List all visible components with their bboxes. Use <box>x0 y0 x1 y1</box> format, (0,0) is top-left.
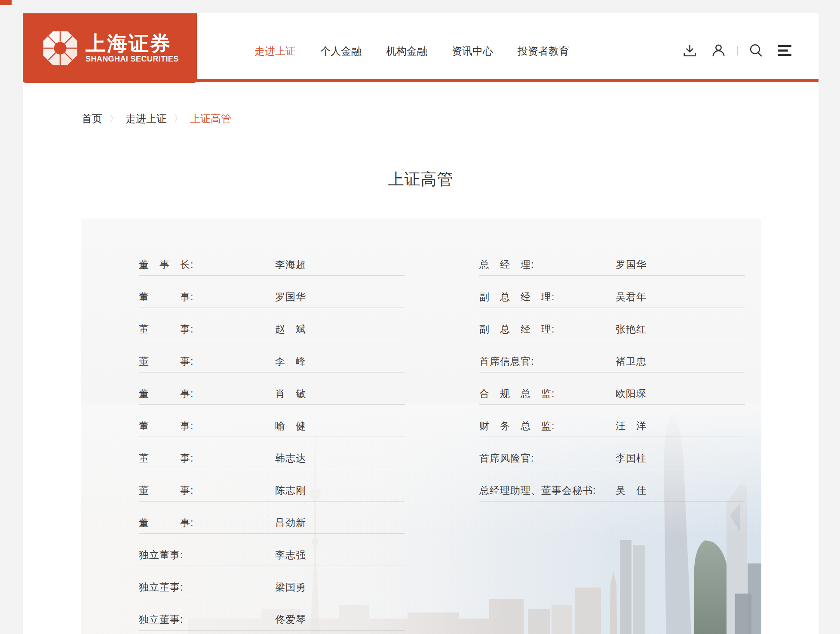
breadcrumb-item[interactable]: 走进上证 〉 <box>126 112 190 126</box>
executive-name: 吴君年 <box>616 290 647 304</box>
capture-artifact <box>0 0 12 5</box>
breadcrumb-divider <box>82 140 759 140</box>
executive-name: 喻 健 <box>275 419 306 433</box>
executive-row: 董 事: 罗国华 <box>139 290 405 323</box>
executive-row: 首席风险官: 李国柱 <box>479 452 745 484</box>
executive-row: 独立董事: 梁国勇 <box>139 581 405 613</box>
breadcrumb-item[interactable]: 首页 〉 <box>82 112 126 126</box>
nav-item[interactable]: 投资者教育 <box>518 44 569 58</box>
executive-name: 韩志达 <box>275 452 306 465</box>
executive-title: 董 事: <box>139 355 193 368</box>
executive-title: 独立董事: <box>139 548 183 562</box>
download-icon[interactable] <box>682 43 698 58</box>
executive-row: 副 总 经 理: 吴君年 <box>479 290 745 323</box>
executive-row: 副 总 经 理: 张艳红 <box>479 323 745 355</box>
nav-item[interactable]: 走进上证 <box>254 44 296 58</box>
breadcrumb-item[interactable]: 上证高管 〉 <box>190 112 231 126</box>
search-icon[interactable] <box>748 43 764 58</box>
executive-row: 独立董事: 李志强 <box>139 548 405 581</box>
executives-card: 董 事 长: 李海超 董 事: 罗国华 董 事: 赵 斌 董 事: 李 峰 董 … <box>81 219 761 634</box>
nav-item[interactable]: 机构金融 <box>386 44 427 58</box>
executive-name: 佟爱琴 <box>275 613 306 626</box>
executive-title: 董 事: <box>139 387 193 400</box>
executive-name: 陈志刚 <box>275 484 306 497</box>
user-icon[interactable] <box>711 43 727 58</box>
site-header: 上海证券 SHANGHAI SECURITIES 走进上证个人金融机构金融资讯中… <box>23 13 819 82</box>
executive-title: 财 务 总 监: <box>479 419 555 433</box>
executive-name: 汪 洋 <box>616 419 647 433</box>
executive-title: 合 规 总 监: <box>479 387 555 400</box>
executive-name: 褚卫忠 <box>616 355 647 368</box>
executive-name: 赵 斌 <box>275 323 306 336</box>
executive-title: 首席信息官: <box>479 355 534 368</box>
executive-row: 董 事 长: 李海超 <box>139 258 405 290</box>
executive-title: 董 事 长: <box>139 258 193 271</box>
executive-row: 合 规 总 监: 欧阳琛 <box>479 387 745 419</box>
executive-name: 李志强 <box>275 548 306 562</box>
executive-title: 副 总 经 理: <box>479 323 555 336</box>
header-actions <box>682 13 793 82</box>
page: 上海证券 SHANGHAI SECURITIES 走进上证个人金融机构金融资讯中… <box>23 13 819 634</box>
executive-name: 吴 佳 <box>616 484 647 497</box>
executive-row: 独立董事: 佟爱琴 <box>139 613 405 634</box>
executive-row: 董 事: 喻 健 <box>139 419 405 452</box>
executive-title: 总经理助理、董事会秘书: <box>479 484 596 497</box>
executive-name: 罗国华 <box>616 258 647 271</box>
executive-row: 董 事: 韩志达 <box>139 452 405 484</box>
brand-wordmark: 上海证券 SHANGHAI SECURITIES <box>86 33 179 64</box>
executive-row: 董 事: 陈志刚 <box>139 484 405 516</box>
brand-name-en: SHANGHAI SECURITIES <box>86 54 179 64</box>
executive-title: 董 事: <box>139 484 193 497</box>
menu-icon[interactable] <box>777 43 793 58</box>
executive-row: 总 经 理: 罗国华 <box>479 258 745 290</box>
executive-name: 罗国华 <box>275 290 306 304</box>
executive-name: 李 峰 <box>275 355 306 368</box>
executive-row: 首席信息官: 褚卫忠 <box>479 355 745 387</box>
executive-title: 独立董事: <box>139 581 183 594</box>
executive-name: 张艳红 <box>616 323 647 336</box>
chevron-right-icon: 〉 <box>109 112 119 125</box>
executive-name: 肖 敏 <box>275 387 306 400</box>
executive-title: 董 事: <box>139 452 193 465</box>
main-nav: 走进上证个人金融机构金融资讯中心投资者教育 <box>254 13 569 82</box>
nav-item[interactable]: 资讯中心 <box>452 44 493 58</box>
executives-column-board: 董 事 长: 李海超 董 事: 罗国华 董 事: 赵 斌 董 事: 李 峰 董 … <box>139 258 405 634</box>
executive-name: 欧阳琛 <box>616 387 647 400</box>
executive-title: 副 总 经 理: <box>479 290 555 304</box>
executive-row: 董 事: 李 峰 <box>139 355 405 387</box>
page-title: 上证高管 <box>23 169 819 190</box>
executive-title: 首席风险官: <box>479 452 534 465</box>
breadcrumb: 首页 〉 走进上证 〉 上证高管 〉 <box>82 112 819 126</box>
executive-row: 总经理助理、董事会秘书: 吴 佳 <box>479 484 745 516</box>
executive-name: 李国柱 <box>616 452 647 465</box>
executive-title: 董 事: <box>139 419 193 433</box>
chevron-right-icon: 〉 <box>174 112 183 125</box>
executive-row: 董 事: 吕劲新 <box>139 516 405 548</box>
executive-row: 财 务 总 监: 汪 洋 <box>479 419 745 452</box>
executive-name: 吕劲新 <box>275 516 306 529</box>
executive-row: 董 事: 赵 斌 <box>139 323 405 355</box>
executive-title: 总 经 理: <box>479 258 534 271</box>
executive-title: 董 事: <box>139 290 193 304</box>
nav-item[interactable]: 个人金融 <box>320 44 362 58</box>
executives-column-management: 总 经 理: 罗国华 副 总 经 理: 吴君年 副 总 经 理: 张艳红 首席信… <box>479 258 745 516</box>
brand-name-cn: 上海证券 <box>86 33 179 54</box>
executive-row: 董 事: 肖 敏 <box>139 387 405 419</box>
executive-title: 董 事: <box>139 323 193 336</box>
executive-name: 梁国勇 <box>275 581 306 594</box>
brand-logo[interactable]: 上海证券 SHANGHAI SECURITIES <box>23 13 197 83</box>
executive-name: 李海超 <box>275 258 306 271</box>
octagon-gem-logo-icon <box>43 31 78 66</box>
icon-divider <box>737 46 738 55</box>
executive-title: 独立董事: <box>139 613 183 626</box>
executive-title: 董 事: <box>139 516 193 529</box>
